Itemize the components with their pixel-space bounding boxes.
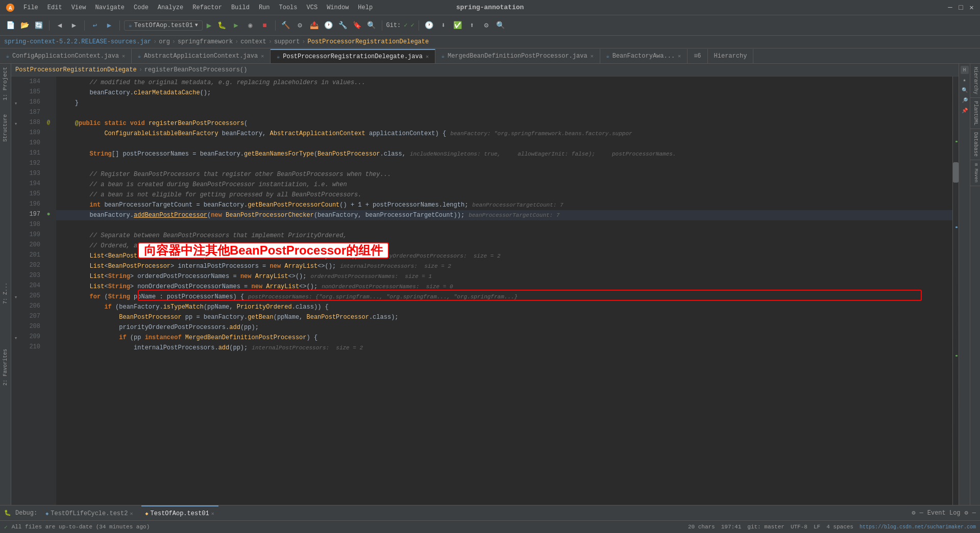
- database-panel-label[interactable]: Database: [970, 129, 980, 160]
- build-button[interactable]: 🔨: [280, 19, 292, 32]
- run-button[interactable]: ▶: [205, 20, 214, 31]
- event-log-settings[interactable]: ⚙: [965, 509, 968, 517]
- menu-run[interactable]: Run: [255, 3, 274, 12]
- tab-close-1[interactable]: ✕: [261, 53, 264, 59]
- stop-button[interactable]: ■: [259, 19, 271, 32]
- minimize-button[interactable]: ─: [947, 4, 953, 11]
- menu-vcs[interactable]: VCS: [303, 3, 322, 12]
- debug-tab-lifecycle-close[interactable]: ✕: [130, 511, 133, 517]
- favorites-label[interactable]: 2: Favorites: [2, 347, 9, 388]
- code-breadcrumb-method[interactable]: registerBeanPostProcessors(): [144, 66, 248, 73]
- close-button[interactable]: ✕: [968, 4, 975, 11]
- breadcrumb-support[interactable]: support: [274, 38, 300, 45]
- settings-button[interactable]: ⚙: [480, 19, 493, 32]
- hierarchy-panel-label[interactable]: Hierarchy: [970, 64, 980, 98]
- menu-view[interactable]: View: [67, 3, 90, 12]
- code-editor[interactable]: 向容器中注其他BeanPostProcessor的组件 // modified …: [56, 77, 952, 505]
- menu-tools[interactable]: Tools: [275, 3, 302, 12]
- tab-close-0[interactable]: ✕: [122, 53, 125, 59]
- back-button[interactable]: ◀: [54, 19, 66, 32]
- breadcrumb-jar[interactable]: spring-context-5.2.2.RELEASE-sources.jar: [4, 38, 151, 45]
- tab-abstract-app-context[interactable]: ☕ AbstractApplicationContext.java ✕: [132, 49, 271, 63]
- fold-205[interactable]: ▾: [14, 292, 18, 302]
- update-button[interactable]: ⬇: [437, 19, 450, 32]
- git-branch[interactable]: git: master: [747, 524, 785, 530]
- run-recent-button[interactable]: ▶: [103, 19, 115, 32]
- search-toolbar-button[interactable]: 🔍: [365, 19, 378, 32]
- scroll-overview[interactable]: [952, 77, 959, 505]
- tab-merged-bean[interactable]: ☕ MergedBeanDefinitionPostProcessor.java…: [435, 49, 600, 63]
- status-position[interactable]: 197:41: [721, 524, 742, 530]
- breadcrumb-springframework[interactable]: springframework: [178, 38, 233, 45]
- git-status-1[interactable]: ✓: [404, 21, 407, 29]
- status-line-ending[interactable]: LF: [814, 524, 820, 530]
- debug-settings-button[interactable]: ⚙: [912, 509, 915, 517]
- star-icon[interactable]: ★: [961, 76, 969, 84]
- breadcrumb-context[interactable]: context: [240, 38, 266, 45]
- tab-more[interactable]: ≡6: [688, 49, 707, 63]
- tab-close-3[interactable]: ✕: [591, 53, 594, 59]
- git-status-2[interactable]: ✓: [411, 21, 414, 29]
- tab-close-2[interactable]: ✕: [426, 54, 429, 60]
- undo-button[interactable]: ↩: [89, 19, 101, 32]
- tab-hierarchy[interactable]: Hierarchy: [708, 49, 754, 63]
- plantuml-panel-label[interactable]: PlantUML: [970, 98, 980, 129]
- tab-bean-factory[interactable]: ☕ BeanFactoryAwa... ✕: [600, 49, 688, 63]
- scroll-thumb[interactable]: [953, 162, 959, 183]
- history-button[interactable]: 🕐: [323, 19, 335, 32]
- debug-label: Debug:: [15, 510, 37, 517]
- maximize-button[interactable]: □: [958, 4, 964, 11]
- menu-refactor[interactable]: Refactor: [188, 3, 226, 12]
- new-file-button[interactable]: 📄: [4, 19, 16, 32]
- event-log-minimize[interactable]: ─: [972, 510, 976, 517]
- forward-button[interactable]: ▶: [68, 19, 80, 32]
- bookmark-button[interactable]: 🔖: [351, 19, 363, 32]
- code-breadcrumb-class[interactable]: PostProcessorRegistrationDelegate: [15, 66, 137, 73]
- structure-label[interactable]: Structure: [2, 112, 9, 144]
- breadcrumb-org[interactable]: org: [159, 38, 170, 45]
- search2-icon[interactable]: 🔎: [961, 96, 969, 105]
- menu-help[interactable]: Help: [354, 3, 377, 12]
- tab-post-processor-delegate[interactable]: ☕ PostProcessorRegistrationDelegate.java…: [271, 49, 435, 63]
- maven-panel-label[interactable]: m Maven: [970, 160, 980, 186]
- debug-tab-lifecycle[interactable]: ◆ TestOfLifeCycle.test2 ✕: [41, 505, 137, 520]
- project-panel-label[interactable]: 1: Project: [0, 64, 11, 104]
- hierarchy-icon[interactable]: H: [961, 66, 969, 74]
- status-encoding[interactable]: UTF-8: [791, 524, 807, 530]
- menu-window[interactable]: Window: [323, 3, 353, 12]
- menu-file[interactable]: File: [19, 3, 42, 12]
- pin-icon[interactable]: 📌: [961, 107, 969, 115]
- run-config-selector[interactable]: ☕ TestOfAop.test01 ▼: [124, 20, 203, 31]
- status-indent[interactable]: 4 spaces: [826, 524, 853, 530]
- debug-minimize-button[interactable]: ─: [920, 510, 923, 517]
- push-button[interactable]: ⬆: [466, 19, 478, 32]
- search-icon[interactable]: 🔍: [961, 86, 969, 94]
- tab-close-4[interactable]: ✕: [678, 53, 681, 59]
- event-log-label[interactable]: Event Log: [927, 510, 961, 517]
- wrench-button[interactable]: 🔧: [337, 19, 349, 32]
- deployment-button[interactable]: 📤: [308, 19, 321, 32]
- menu-edit[interactable]: Edit: [43, 3, 66, 12]
- commit-button[interactable]: ✅: [452, 19, 464, 32]
- debug-tab-aop[interactable]: ◆ TestOfAop.test01 ✕: [141, 505, 218, 520]
- menu-build[interactable]: Build: [227, 3, 254, 12]
- fold-209[interactable]: ▾: [14, 333, 18, 343]
- tab-config-app-context[interactable]: ☕ ConfigApplicationContext.java ✕: [0, 49, 132, 63]
- fold-186[interactable]: ▾: [14, 98, 18, 108]
- menu-navigate[interactable]: Navigate: [91, 3, 129, 12]
- debug-tab-aop-close[interactable]: ✕: [211, 511, 214, 517]
- sync-button[interactable]: 🔄: [33, 19, 45, 32]
- fold-188[interactable]: ▾: [14, 118, 18, 129]
- debug-button[interactable]: 🐛: [216, 19, 228, 32]
- csdn-link[interactable]: https://blog.csdn.net/sucharimaker.com: [860, 524, 976, 530]
- vcs-history-button[interactable]: 🕐: [423, 19, 435, 32]
- menu-analyze[interactable]: Analyze: [154, 3, 187, 12]
- profile-button[interactable]: ◉: [244, 19, 257, 32]
- coverage-button[interactable]: ▶: [230, 19, 242, 32]
- menu-code[interactable]: Code: [130, 3, 153, 12]
- search-everywhere-button[interactable]: 🔍: [495, 19, 507, 32]
- open-button[interactable]: 📂: [18, 19, 31, 32]
- z-panel-label[interactable]: 7: Z...: [2, 281, 9, 306]
- rebuild-button[interactable]: ⚙: [294, 19, 306, 32]
- breadcrumb-class[interactable]: PostProcessorRegistrationDelegate: [308, 38, 429, 45]
